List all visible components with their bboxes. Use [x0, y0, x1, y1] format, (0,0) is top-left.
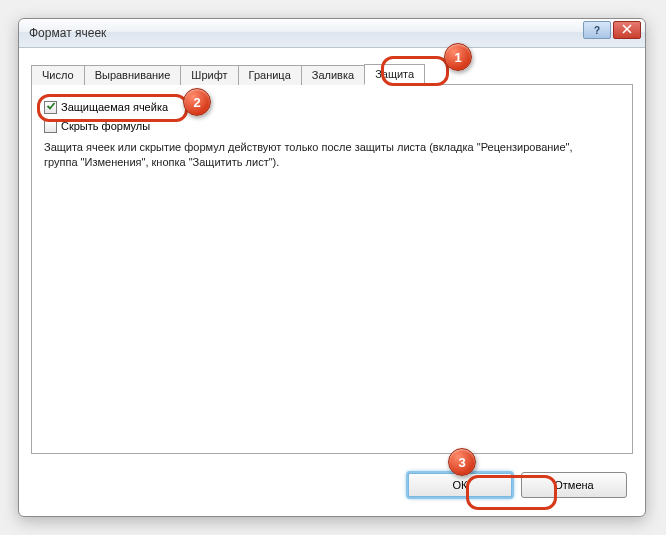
dialog-window: Формат ячеек ? Число Выравнивание Шрифт …	[18, 18, 646, 517]
close-button[interactable]	[613, 21, 641, 39]
locked-checkbox[interactable]	[44, 101, 57, 114]
tab-alignment[interactable]: Выравнивание	[84, 65, 182, 85]
tab-font[interactable]: Шрифт	[180, 65, 238, 85]
titlebar[interactable]: Формат ячеек ?	[19, 19, 645, 48]
annotation-callout-2: 2	[183, 88, 211, 116]
tab-number[interactable]: Число	[31, 65, 85, 85]
check-icon	[46, 101, 56, 113]
locked-label: Защищаемая ячейка	[61, 101, 168, 113]
close-icon	[622, 24, 632, 36]
cancel-label: Отмена	[554, 479, 593, 491]
annotation-callout-3: 3	[448, 448, 476, 476]
help-icon: ?	[594, 25, 600, 36]
tab-content: Защищаемая ячейка Скрыть формулы Защита …	[31, 85, 633, 454]
hidden-checkbox[interactable]	[44, 120, 57, 133]
tab-protection[interactable]: Защита	[364, 64, 425, 85]
locked-row: Защищаемая ячейка	[44, 99, 620, 115]
button-bar: ОК Отмена	[19, 462, 645, 516]
hidden-row: Скрыть формулы	[44, 118, 620, 134]
ok-label: ОК	[453, 479, 468, 491]
help-button[interactable]: ?	[583, 21, 611, 39]
cancel-button[interactable]: Отмена	[521, 472, 627, 498]
hidden-label: Скрыть формулы	[61, 120, 150, 132]
tab-bar: Число Выравнивание Шрифт Граница Заливка…	[31, 60, 633, 85]
protection-description: Защита ячеек или скрытие формул действую…	[44, 140, 604, 170]
tab-border[interactable]: Граница	[238, 65, 302, 85]
tab-fill[interactable]: Заливка	[301, 65, 365, 85]
window-buttons: ?	[583, 21, 641, 39]
window-title: Формат ячеек	[29, 26, 106, 40]
annotation-callout-1: 1	[444, 43, 472, 71]
